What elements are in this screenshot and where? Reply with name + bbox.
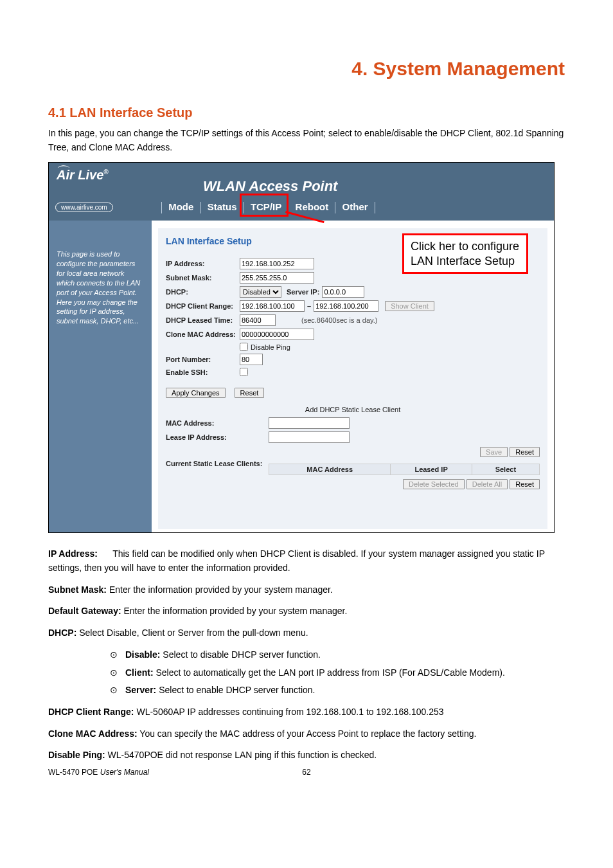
- bullet-server-text: Select to enable DHCP server function.: [156, 685, 315, 695]
- desc-mask-label: Subnet Mask:: [48, 584, 107, 595]
- clone-input[interactable]: [240, 329, 314, 340]
- tab-mode[interactable]: Mode: [164, 199, 197, 215]
- ap-title: WLAN Access Point: [203, 178, 337, 195]
- port-label: Port Number:: [166, 356, 240, 363]
- show-client-button[interactable]: Show Client: [385, 301, 434, 311]
- lan-setup-screenshot: ⌒ Air Live® www.airlive.com WLAN Access …: [48, 162, 555, 533]
- range-from-input[interactable]: [240, 300, 305, 312]
- th-mac: MAC Address: [269, 464, 391, 475]
- mask-input[interactable]: [240, 272, 314, 284]
- brand-text: Air Live®: [57, 168, 109, 183]
- bullet-server-label: Server:: [125, 685, 156, 695]
- bullet-disable: Disable: Select to disable DHCP server f…: [48, 648, 565, 662]
- save-button[interactable]: Save: [480, 447, 508, 457]
- desc-ping-label: Disable Ping:: [48, 750, 105, 760]
- desc-range-text: WL-5060AP IP addresses continuing from 1…: [134, 707, 444, 717]
- clone-label: Clone MAC Address:: [166, 330, 240, 338]
- lease-input[interactable]: [240, 314, 276, 326]
- bullet-client-text: Select to automatically get the LAN port…: [154, 667, 505, 678]
- range-label: DHCP Client Range:: [166, 302, 240, 310]
- disable-ping-label: Disable Ping: [251, 343, 290, 351]
- ip-input[interactable]: [240, 258, 314, 269]
- desc-range-label: DHCP Client Range:: [48, 707, 134, 717]
- dhcp-select[interactable]: Disabled: [240, 286, 281, 298]
- dhcp-label: DHCP:: [166, 288, 240, 296]
- page-footer: WL-5470 POE User's Manual 62: [48, 768, 565, 777]
- th-select: Select: [472, 464, 539, 475]
- shot-main: LAN Interface Setup IP Address: Subnet M…: [158, 228, 547, 529]
- desc-ip-text: This field can be modified only when DHC…: [48, 548, 545, 573]
- nav-tabs: Mode Status TCP/IP Reboot Other: [161, 199, 375, 215]
- desc-mask: Subnet Mask: Enter the information provi…: [48, 583, 565, 597]
- reset3-button[interactable]: Reset: [510, 479, 540, 489]
- dhcp-bullets: Disable: Select to disable DHCP server f…: [48, 648, 565, 698]
- lease-note: (sec.86400sec is a day.): [301, 316, 377, 324]
- range-sep: –: [307, 302, 311, 310]
- current-clients-label: Current Static Lease Clients:: [166, 460, 269, 467]
- bullet-disable-text: Select to disable DHCP server function.: [160, 649, 321, 660]
- bullet-client: Client: Select to automatically get the …: [48, 666, 565, 680]
- desc-gateway: Default Gateway: Enter the information p…: [48, 604, 565, 619]
- shot-header: ⌒ Air Live® www.airlive.com WLAN Access …: [49, 163, 554, 221]
- range-to-input[interactable]: [314, 300, 378, 312]
- ssh-label: Enable SSH:: [166, 368, 240, 376]
- static-leaseip-label: Lease IP Address:: [166, 433, 269, 441]
- desc-ping: Disable Ping: WL-5470POE did not respons…: [48, 748, 565, 763]
- mask-label: Subnet Mask:: [166, 274, 240, 282]
- tab-reboot[interactable]: Reboot: [292, 199, 333, 215]
- lease-label: DHCP Leased Time:: [166, 316, 240, 324]
- bullet-client-label: Client:: [125, 667, 154, 678]
- desc-gateway-text: Enter the information provided by your s…: [121, 606, 348, 616]
- shot-sidebar: This page is used to configure the param…: [49, 221, 152, 532]
- bullet-disable-label: Disable:: [125, 649, 160, 660]
- delete-selected-button[interactable]: Delete Selected: [403, 479, 465, 489]
- desc-mask-text: Enter the information provided by your s…: [107, 584, 333, 595]
- tab-tcpip[interactable]: TCP/IP: [247, 199, 285, 215]
- ip-label: IP Address:: [166, 260, 240, 267]
- static-mac-label: MAC Address:: [166, 419, 269, 427]
- desc-ping-text: WL-5470POE did not response LAN ping if …: [105, 750, 377, 760]
- bullet-server: Server: Select to enable DHCP server fun…: [48, 683, 565, 698]
- static-leaseip-input[interactable]: [269, 431, 350, 443]
- serverip-input[interactable]: [322, 286, 364, 298]
- section-title: 4.1 LAN Interface Setup: [48, 105, 565, 120]
- add-static-title: Add DHCP Static Lease Client: [166, 406, 540, 413]
- clients-table: MAC Address Leased IP Select: [269, 464, 540, 475]
- desc-dhcp-text: Select Disable, Client or Server from th…: [76, 628, 308, 638]
- ssh-checkbox[interactable]: [240, 368, 248, 376]
- desc-clone-text: You can specify the MAC address of your …: [138, 728, 477, 739]
- disable-ping-checkbox[interactable]: [240, 343, 248, 351]
- desc-clone: Clone MAC Address: You can specify the M…: [48, 727, 565, 741]
- serverip-label: Server IP:: [287, 288, 319, 296]
- tab-other[interactable]: Other: [339, 199, 372, 215]
- logo-area: ⌒ Air Live® www.airlive.com: [49, 163, 152, 221]
- reset-button[interactable]: Reset: [235, 388, 265, 398]
- desc-range: DHCP Client Range: WL-5060AP IP addresse…: [48, 705, 565, 719]
- apply-button[interactable]: Apply Changes: [166, 388, 226, 398]
- desc-ip-label: IP Address:: [48, 548, 98, 559]
- callout-box: Click her to configure LAN Interface Set…: [402, 233, 528, 274]
- brand-url: www.airlive.com: [55, 203, 113, 212]
- desc-ip: IP Address: This field can be modified o…: [48, 547, 565, 575]
- th-leased: Leased IP: [391, 464, 472, 475]
- delete-all-button[interactable]: Delete All: [466, 479, 508, 489]
- desc-dhcp: DHCP: Select Disable, Client or Server f…: [48, 626, 565, 640]
- intro-paragraph: In this page, you can change the TCP/IP …: [48, 127, 565, 154]
- tab-status[interactable]: Status: [204, 199, 241, 215]
- static-mac-input[interactable]: [269, 417, 350, 429]
- desc-clone-label: Clone MAC Address:: [48, 728, 138, 739]
- desc-dhcp-label: DHCP:: [48, 628, 76, 638]
- shot-content: This page is used to configure the param…: [49, 221, 554, 532]
- chapter-title: 4. System Management: [48, 58, 565, 80]
- port-input[interactable]: [240, 354, 263, 365]
- reset2-button[interactable]: Reset: [510, 447, 540, 457]
- desc-gateway-label: Default Gateway:: [48, 606, 121, 616]
